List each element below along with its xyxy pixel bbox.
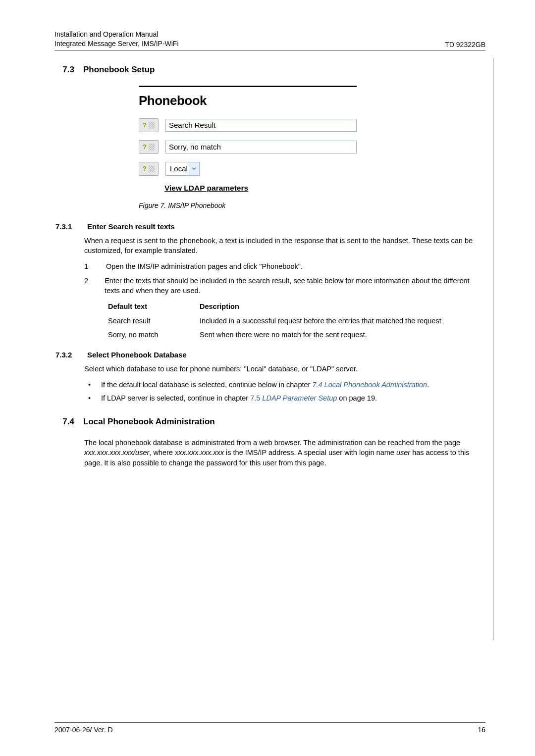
phonebook-figure: Phonebook ? ? ? Local (139, 86, 357, 193)
link-ldap-setup-num[interactable]: 7.5 (250, 394, 262, 402)
defaults-table: Default text Description Search result I… (108, 302, 485, 340)
help-drag-handle-1[interactable]: ? (139, 118, 159, 132)
sec74-paragraph: The local phonebook database is administ… (84, 438, 485, 468)
phonebook-heading: Phonebook (139, 86, 357, 108)
right-rule (493, 58, 494, 640)
figure-caption: Figure 7. IMS/IP Phonebook (139, 202, 485, 209)
table-header-default: Default text (108, 302, 200, 311)
list-number-1: 1 (84, 261, 92, 271)
help-icon: ? (143, 144, 147, 150)
subsection-number: 7.3.2 (54, 351, 81, 359)
section-7-4-heading: 7.4 Local Phonebook Administration (54, 417, 485, 427)
database-select-value: Local (170, 164, 188, 173)
footer-page-number: 16 (478, 726, 485, 734)
table-cell: Included in a successful request before … (200, 316, 485, 326)
list-number-2: 2 (84, 276, 91, 296)
search-result-input[interactable] (165, 119, 357, 132)
table-cell: Search result (108, 316, 200, 326)
footer-date: 2007-06-26/ Ver. D (54, 726, 113, 734)
section-title: Phonebook Setup (83, 65, 155, 75)
subsection-number: 7.3.1 (54, 222, 81, 231)
page-header: Installation and Operation Manual Integr… (54, 30, 485, 51)
link-ldap-setup[interactable]: LDAP Parameter Setup (262, 394, 337, 402)
page-footer: 2007-06-26/ Ver. D 16 (54, 722, 485, 734)
chevron-down-icon (189, 162, 199, 175)
section-number: 7.3 (54, 65, 74, 75)
header-line1: Installation and Operation Manual (54, 30, 179, 39)
section-number: 7.4 (54, 417, 74, 427)
grip-icon (149, 122, 155, 129)
sec731-intro: When a request is sent to the phonebook,… (84, 236, 485, 256)
bullet-icon: • (88, 393, 95, 403)
help-icon: ? (143, 122, 147, 128)
table-cell: Sent when there were no match for the se… (200, 330, 485, 340)
header-doc-id: TD 92322GB (445, 41, 485, 49)
table-cell: Sorry, no match (108, 330, 200, 340)
help-drag-handle-2[interactable]: ? (139, 140, 159, 154)
header-line2: Integrated Message Server, IMS/IP-WiFi (54, 39, 179, 49)
section-title: Local Phonebook Administration (83, 417, 215, 427)
link-local-phonebook[interactable]: 7.4 Local Phonebook Administration (312, 381, 427, 389)
bullet-icon: • (88, 380, 95, 390)
list-item-1: Open the IMS/IP administration pages and… (106, 261, 303, 271)
subsection-title: Enter Search result texts (87, 222, 175, 231)
bullet-item-2: If LDAP server is selected, continue in … (101, 393, 377, 403)
help-icon: ? (143, 165, 147, 172)
list-item-2: Enter the texts that should be included … (105, 276, 485, 296)
section-7-3-heading: 7.3 Phonebook Setup (54, 65, 485, 75)
help-drag-handle-3[interactable]: ? (139, 162, 159, 176)
grip-icon (149, 144, 155, 151)
subsection-title: Select Phonebook Database (87, 351, 187, 359)
sec732-intro: Select which database to use for phone n… (84, 364, 485, 374)
no-match-input[interactable] (165, 141, 357, 153)
grip-icon (149, 165, 155, 172)
table-header-description: Description (200, 302, 485, 311)
bullet-item-1: If the default local database is selecte… (101, 380, 429, 390)
view-ldap-parameters-link[interactable]: View LDAP parameters (164, 184, 357, 193)
section-7-3-2-heading: 7.3.2 Select Phonebook Database (54, 351, 485, 359)
section-7-3-1-heading: 7.3.1 Enter Search result texts (54, 222, 485, 231)
database-select[interactable]: Local (165, 162, 200, 176)
